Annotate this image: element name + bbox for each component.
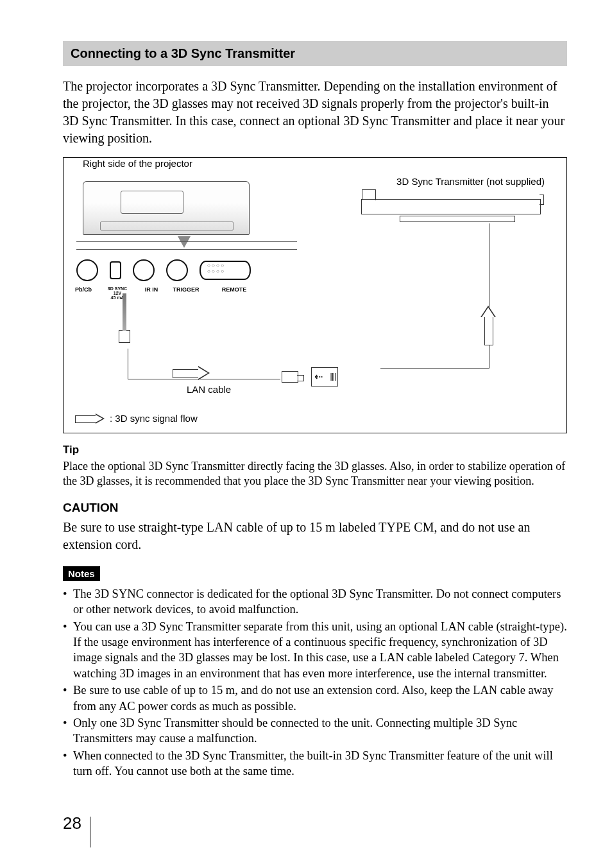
section-title: Connecting to a 3D Sync Transmitter bbox=[63, 41, 567, 66]
diagram-legend: : 3D sync signal flow bbox=[75, 413, 198, 424]
transmitter-illustration bbox=[361, 199, 541, 214]
caution-text: Be sure to use straight-type LAN cable o… bbox=[63, 519, 567, 553]
port-labels: Pb/Cb 3D SYNC 12V 45 mA IR IN TRIGGER RE… bbox=[72, 286, 259, 300]
transmitter-label: 3D Sync Transmitter (not supplied) bbox=[396, 176, 545, 187]
legend-arrow-icon bbox=[75, 413, 105, 424]
port-pb-cb bbox=[76, 259, 98, 281]
legend-text: : 3D sync signal flow bbox=[110, 413, 198, 424]
port-3d-sync bbox=[110, 261, 121, 279]
cable-connector-icon bbox=[119, 330, 130, 343]
port-remote bbox=[200, 261, 251, 280]
list-item: Only one 3D Sync Transmitter should be c… bbox=[63, 715, 567, 747]
port-ir-in bbox=[133, 259, 155, 281]
list-item: Be sure to use cable of up to 15 m, and … bbox=[63, 682, 567, 714]
notes-heading: Notes bbox=[63, 566, 100, 581]
caution-heading: CAUTION bbox=[63, 501, 567, 515]
signal-arrow-right-icon bbox=[173, 366, 211, 380]
port-row bbox=[76, 259, 251, 281]
list-item: The 3D SYNC connector is dedicated for t… bbox=[63, 586, 567, 618]
port-trigger bbox=[166, 259, 188, 281]
notes-list: The 3D SYNC connector is dedicated for t… bbox=[63, 586, 567, 779]
list-item: You can use a 3D Sync Transmitter separa… bbox=[63, 619, 567, 682]
lan-plug-right-icon bbox=[311, 367, 338, 386]
signal-arrow-up-icon bbox=[482, 306, 495, 344]
list-item: When connected to the 3D Sync Transmitte… bbox=[63, 748, 567, 779]
page-tick bbox=[90, 817, 90, 847]
page-number: 28 bbox=[63, 813, 81, 833]
lan-cable-label: LAN cable bbox=[187, 384, 231, 395]
tip-text: Place the optional 3D Sync Transmitter d… bbox=[63, 459, 567, 489]
projector-illustration bbox=[83, 181, 250, 235]
intro-paragraph: The projector incorporates a 3D Sync Tra… bbox=[63, 78, 567, 147]
projector-label: Right side of the projector bbox=[83, 158, 192, 169]
lan-plug-left-icon bbox=[282, 371, 298, 383]
zoom-arrow-icon bbox=[178, 236, 191, 248]
connection-diagram: Right side of the projector Pb/Cb 3D SYN… bbox=[63, 157, 567, 433]
tip-heading: Tip bbox=[63, 444, 567, 456]
